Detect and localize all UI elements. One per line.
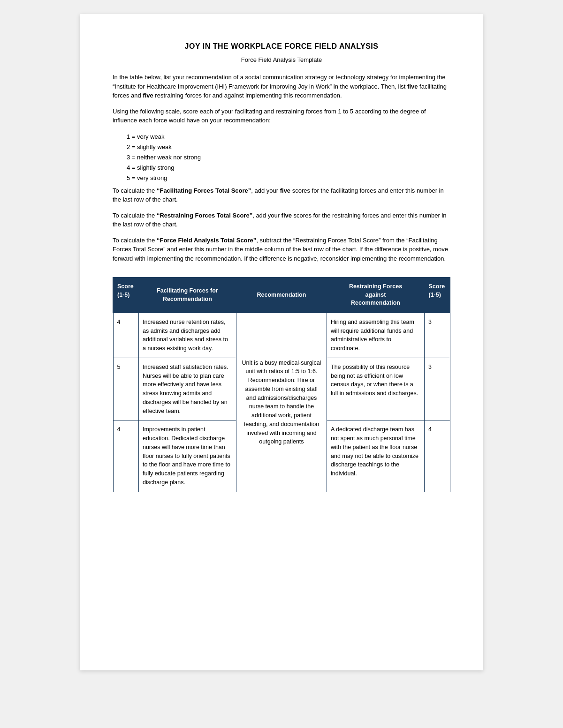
restraining-score-text: To calculate the “Restraining Forces Tot… (113, 211, 450, 229)
ffa-score-text: To calculate the “Force Field Analysis T… (113, 236, 450, 263)
facilitating-score-label: “Facilitating Forces Total Score” (157, 187, 251, 194)
score-right-2: 3 (424, 358, 450, 420)
subtitle: Force Field Analysis Template (113, 56, 450, 63)
scale-item-2: 2 = slightly weak (127, 142, 450, 152)
header-restraining: Restraining ForcesagainstRecommendation (327, 278, 425, 313)
restraining-2: The possibility of this resource being n… (327, 358, 425, 420)
facilitating-1: Increased nurse retention rates, as admi… (138, 313, 236, 358)
header-recommendation: Recommendation (236, 278, 327, 313)
header-score-right: Score(1-5) (424, 278, 450, 313)
facilitating-3: Improvements in patient education. Dedic… (138, 420, 236, 492)
header-facilitating: Facilitating Forces forRecommendation (138, 278, 236, 313)
header-score-left: Score(1-5) (113, 278, 138, 313)
scale-item-4: 4 = slightly strong (127, 163, 450, 173)
scale-intro: Using the following scale, score each of… (113, 107, 450, 125)
recommendation-cell: Unit is a busy medical-surgical unit wit… (236, 313, 327, 492)
score-left-3: 4 (113, 420, 138, 492)
table-wrapper: Score(1-5) Facilitating Forces forRecomm… (113, 277, 450, 492)
scale-item-5: 5 = very strong (127, 173, 450, 183)
facilitating-2: Increased staff satisfaction rates. Nurs… (138, 358, 236, 420)
restraining-3: A dedicated discharge team has not spent… (327, 420, 425, 492)
page-container: JOY IN THE WORKPLACE FORCE FIELD ANALYSI… (80, 14, 483, 670)
scale-list: 1 = very weak 2 = slightly weak 3 = neit… (127, 132, 450, 183)
score-right-3: 4 (424, 420, 450, 492)
ffa-score-label: “Force Field Analysis Total Score” (157, 237, 256, 244)
score-right-1: 3 (424, 313, 450, 358)
score-left-2: 5 (113, 358, 138, 420)
restraining-1: Hiring and assembling this team will req… (327, 313, 425, 358)
page-title: JOY IN THE WORKPLACE FORCE FIELD ANALYSI… (113, 42, 450, 51)
force-field-table: Score(1-5) Facilitating Forces forRecomm… (113, 277, 450, 492)
scale-item-1: 1 = very weak (127, 132, 450, 142)
restraining-score-label: “Restraining Forces Total Score” (157, 212, 252, 219)
table-row: 4 Increased nurse retention rates, as ad… (113, 313, 450, 358)
intro-paragraph: In the table below, list your recommenda… (113, 73, 450, 100)
facilitating-score-text: To calculate the “Facilitating Forces To… (113, 186, 450, 204)
score-left-1: 4 (113, 313, 138, 358)
scale-item-3: 3 = neither weak nor strong (127, 152, 450, 163)
